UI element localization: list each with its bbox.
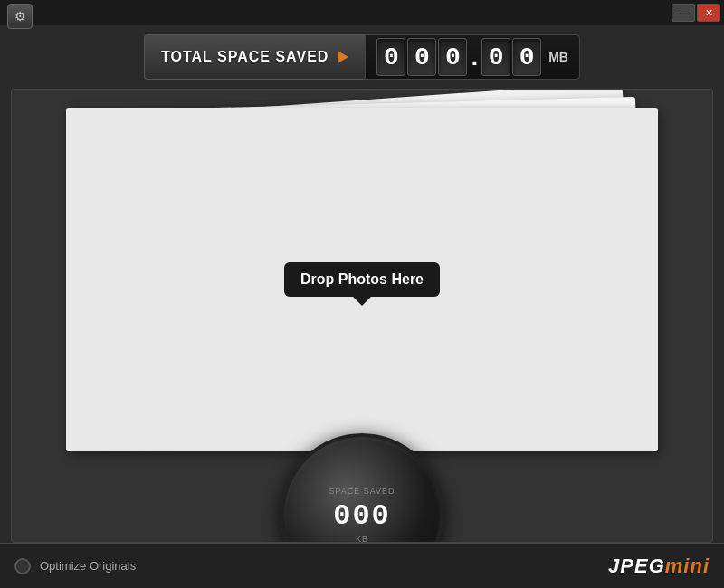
close-button[interactable]: ✕ xyxy=(697,4,720,22)
drop-tooltip: Drop Photos Here xyxy=(284,262,440,297)
play-icon xyxy=(338,51,348,63)
brand-logo: JPEGmini xyxy=(608,555,710,578)
header-area: TOTAL SPACE SAVED 0 0 0 . 0 0 MB xyxy=(0,25,724,89)
knob-label-bottom: KB xyxy=(329,535,395,544)
counter-display: 0 0 0 . 0 0 MB xyxy=(365,34,580,80)
digit-3: 0 xyxy=(438,38,467,76)
drop-tooltip-text: Drop Photos Here xyxy=(300,271,424,287)
paper-front: Drop Photos Here xyxy=(66,108,658,451)
gear-icon: ⚙ xyxy=(14,9,26,24)
knob-display: SPACE SAVED 000 KB xyxy=(329,487,395,544)
paper-stack: Drop Photos Here xyxy=(66,108,658,469)
minimize-button[interactable]: — xyxy=(672,4,695,22)
brand-mini: mini xyxy=(665,555,710,577)
digit-2: 0 xyxy=(407,38,436,76)
digit-4: 0 xyxy=(481,38,510,76)
knob-area: SPACE SAVED 000 KB CHOOSE xyxy=(281,433,443,543)
knob-label-top: SPACE SAVED xyxy=(329,487,395,496)
digit-1: 0 xyxy=(376,38,405,76)
total-space-text: TOTAL SPACE SAVED xyxy=(161,49,329,65)
title-bar: — ✕ xyxy=(0,0,724,25)
digit-5: 0 xyxy=(512,38,541,76)
bottom-bar: Optimize Originals JPEGmini xyxy=(0,543,724,588)
settings-button[interactable]: ⚙ xyxy=(7,4,33,29)
knob-dial[interactable]: SPACE SAVED 000 KB CHOOSE xyxy=(281,433,443,543)
checkbox-icon xyxy=(14,558,31,574)
brand-jpeg: JPEG xyxy=(608,555,665,577)
optimize-label: Optimize Originals xyxy=(40,559,136,573)
total-space-label: TOTAL SPACE SAVED xyxy=(144,34,365,80)
optimize-originals-checkbox[interactable]: Optimize Originals xyxy=(14,558,136,574)
decimal-separator: . xyxy=(469,43,480,71)
drop-area[interactable]: Drop Photos Here SPACE SAVED 000 KB CHOO… xyxy=(11,89,713,543)
unit-label: MB xyxy=(548,50,568,64)
knob-digits: 000 xyxy=(329,499,395,533)
